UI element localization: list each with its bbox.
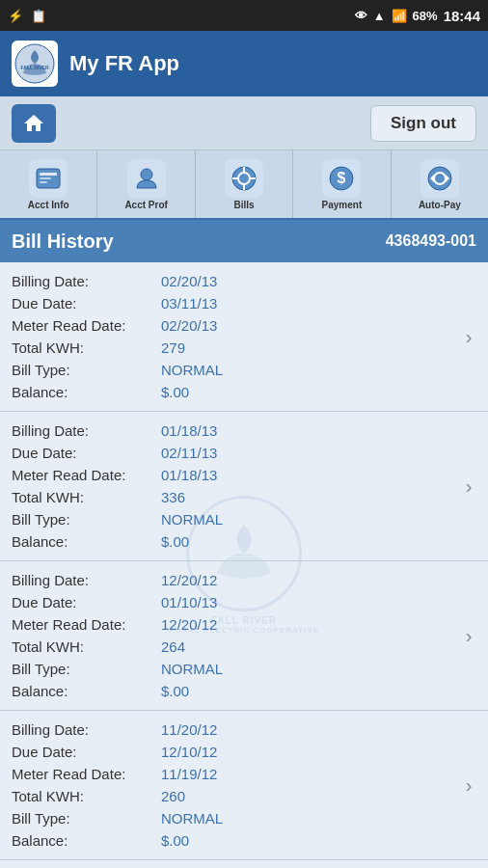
bill-2-kwh-row: Total KWH: 336	[12, 486, 488, 508]
bill-4-meter-read-row: Meter Read Date: 11/19/12	[12, 763, 488, 785]
bill-2-balance-row: Balance: $.00	[12, 530, 488, 553]
bill-4-billing-date-row: Billing Date: 11/20/12	[12, 719, 488, 741]
bill-2-type-row: Bill Type: NORMAL	[12, 508, 488, 530]
billing-date-label-4: Billing Date:	[12, 721, 161, 738]
bill-3-balance-row: Balance: $.00	[12, 680, 488, 702]
tab-payment[interactable]: $ Payment	[293, 150, 391, 218]
balance-value-4: $.00	[161, 832, 189, 849]
kwh-value-4: 260	[161, 788, 185, 804]
due-date-label-2: Due Date:	[12, 445, 161, 461]
kwh-value-3: 264	[161, 638, 185, 655]
bill-history-header: Bill History 4368493-001	[0, 220, 488, 262]
kwh-label-3: Total KWH:	[12, 638, 161, 655]
status-bar: ⚡ 📋 👁 ▲ 📶 68% 18:44	[0, 0, 488, 31]
bill-item-3: Billing Date: 12/20/12 Due Date: 01/10/1…	[0, 561, 488, 711]
bill-type-label-4: Bill Type:	[12, 810, 161, 827]
meter-read-label-4: Meter Read Date:	[12, 766, 161, 782]
acct-prof-icon	[127, 159, 166, 198]
balance-value-3: $.00	[161, 683, 189, 699]
bill-2-due-date-row: Due Date: 02/11/13	[12, 442, 488, 464]
bill-item-1: Billing Date: 02/20/13 Due Date: 03/11/1…	[0, 262, 488, 412]
wifi-icon: ▲	[373, 9, 386, 23]
tab-bills[interactable]: Bills	[196, 150, 293, 218]
meter-read-label-2: Meter Read Date:	[12, 467, 161, 483]
signal-icon: 📶	[392, 9, 407, 23]
battery-level: 68%	[413, 9, 438, 23]
billing-date-value-4: 11/20/12	[161, 721, 217, 738]
bill-3-billing-date-row: Billing Date: 12/20/12	[12, 569, 488, 591]
kwh-label-4: Total KWH:	[12, 788, 161, 804]
balance-label-2: Balance:	[12, 533, 161, 550]
sim-icon: 📋	[31, 9, 46, 23]
bill-item-2: Billing Date: 01/18/13 Due Date: 02/11/1…	[0, 412, 488, 561]
due-date-value-3: 01/10/13	[161, 594, 217, 610]
billing-date-label-2: Billing Date:	[12, 422, 161, 439]
account-number: 4368493-001	[386, 232, 476, 250]
home-icon	[22, 112, 45, 135]
bill-type-label-3: Bill Type:	[12, 661, 161, 677]
balance-label-3: Balance:	[12, 683, 161, 699]
tab-acct-info-label: Acct Info	[28, 200, 69, 210]
bill-2-billing-date-row: Billing Date: 01/18/13	[12, 420, 488, 442]
tab-autopay[interactable]: Auto-Pay	[392, 150, 488, 218]
bill-1-balance-row: Balance: $.00	[12, 381, 488, 403]
autopay-icon	[420, 159, 459, 198]
billing-date-value-2: 01/18/13	[161, 422, 217, 439]
payment-icon: $	[322, 159, 361, 198]
due-date-value-1: 03/11/13	[161, 295, 217, 312]
billing-date-value-1: 02/20/13	[161, 273, 217, 289]
usb-icon: ⚡	[8, 9, 23, 23]
bills-icon	[225, 159, 263, 198]
bill-type-value-1: NORMAL	[161, 362, 223, 378]
kwh-value-2: 336	[161, 489, 185, 505]
balance-label-4: Balance:	[12, 832, 161, 849]
bill-4-balance-row: Balance: $.00	[12, 829, 488, 852]
svg-rect-5	[40, 181, 47, 183]
meter-read-value-2: 01/18/13	[161, 467, 217, 483]
bill-4-kwh-row: Total KWH: 260	[12, 785, 488, 807]
billing-date-value-3: 12/20/12	[161, 572, 217, 588]
sign-out-button[interactable]: Sign out	[370, 105, 476, 142]
bill-1-billing-date-row: Billing Date: 02/20/13	[12, 270, 488, 292]
balance-value-2: $.00	[161, 533, 189, 550]
meter-read-value-1: 02/20/13	[161, 317, 217, 334]
bill-2-chevron[interactable]: ›	[455, 467, 482, 505]
bill-1-type-row: Bill Type: NORMAL	[12, 359, 488, 381]
tab-acct-prof[interactable]: Acct Prof	[97, 150, 195, 218]
app-header: FALL RIVER My FR App	[0, 31, 488, 96]
meter-read-label-1: Meter Read Date:	[12, 317, 161, 334]
kwh-value-1: 279	[161, 339, 185, 356]
tab-bills-label: Bills	[233, 200, 254, 210]
bill-1-meter-read-row: Meter Read Date: 02/20/13	[12, 314, 488, 337]
bill-3-meter-read-row: Meter Read Date: 12/20/12	[12, 613, 488, 636]
home-button[interactable]	[12, 104, 56, 143]
due-date-label-3: Due Date:	[12, 594, 161, 610]
bill-type-label-1: Bill Type:	[12, 362, 161, 378]
bill-4-type-row: Bill Type: NORMAL	[12, 807, 488, 829]
bill-4-chevron[interactable]: ›	[455, 766, 482, 804]
meter-read-value-3: 12/20/12	[161, 616, 217, 633]
bill-type-label-2: Bill Type:	[12, 511, 161, 528]
svg-text:$: $	[338, 170, 346, 186]
tab-payment-label: Payment	[322, 200, 363, 210]
bill-1-chevron[interactable]: ›	[455, 317, 482, 356]
meter-read-label-3: Meter Read Date:	[12, 616, 161, 633]
bill-1-kwh-row: Total KWH: 279	[12, 337, 488, 359]
bill-3-chevron[interactable]: ›	[455, 616, 482, 655]
nav-tabs: Acct Info Acct Prof Bills	[0, 150, 488, 220]
tab-autopay-label: Auto-Pay	[419, 200, 461, 210]
status-right-info: 👁 ▲ 📶 68% 18:44	[355, 8, 480, 24]
svg-rect-4	[40, 177, 51, 179]
app-title: My FR App	[69, 51, 476, 76]
bill-1-due-date-row: Due Date: 03/11/13	[12, 292, 488, 314]
bill-item-4: Billing Date: 11/20/12 Due Date: 12/10/1…	[0, 711, 488, 860]
svg-text:FALL RIVER: FALL RIVER	[20, 65, 48, 70]
tab-acct-info[interactable]: Acct Info	[0, 150, 97, 218]
kwh-label-2: Total KWH:	[12, 489, 161, 505]
bill-3-due-date-row: Due Date: 01/10/13	[12, 591, 488, 613]
bill-4-due-date-row: Due Date: 12/10/12	[12, 741, 488, 763]
due-date-value-4: 12/10/12	[161, 744, 217, 760]
svg-point-6	[141, 169, 152, 180]
eye-icon: 👁	[355, 9, 367, 23]
bill-2-meter-read-row: Meter Read Date: 01/18/13	[12, 464, 488, 486]
